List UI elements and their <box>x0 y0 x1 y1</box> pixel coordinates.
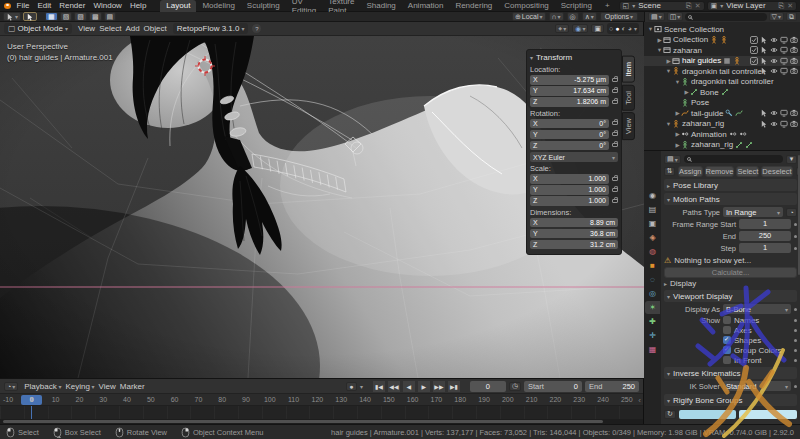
deselect-button[interactable]: Deselect <box>761 166 792 177</box>
remove-button[interactable]: Remove <box>705 166 735 177</box>
outliner-row-zaharan[interactable]: ▼zaharan <box>644 45 800 56</box>
bone-group-color-normal[interactable] <box>679 410 737 419</box>
calculate-button[interactable]: Calculate... <box>664 267 797 278</box>
physics-tab[interactable]: ◌ <box>645 273 660 286</box>
lock-icon[interactable] <box>612 143 618 147</box>
texture-tab[interactable]: ▦ <box>645 343 660 356</box>
expander-icon[interactable]: ▶ <box>674 110 681 116</box>
timeline-menu-keying[interactable]: Keying ▾ <box>63 382 96 391</box>
proportional-editing-icon[interactable]: ◎ <box>567 12 579 21</box>
animate-dot-icon[interactable] <box>794 359 797 362</box>
workspace-tab-scripting[interactable]: Scripting <box>555 0 598 12</box>
sidebar-tab-view[interactable]: View <box>622 112 635 140</box>
outliner-new-collection-icon[interactable]: ⧉ <box>786 12 797 21</box>
screen-toggle-icon[interactable] <box>780 67 788 75</box>
screen-toggle-icon[interactable] <box>780 120 788 128</box>
overlays-toggle-icon[interactable]: ◉▾ <box>572 24 588 33</box>
auto-keyframe-icon[interactable]: ● <box>346 382 357 391</box>
active-tool-button[interactable] <box>23 12 37 21</box>
timeline-tracks[interactable] <box>0 406 643 419</box>
transform-field-y[interactable]: Y0° <box>530 130 609 140</box>
camera-toggle-icon[interactable] <box>790 120 798 128</box>
screen-toggle-icon[interactable] <box>780 57 788 65</box>
transform-field-y[interactable]: Y36.8 cm <box>530 229 618 239</box>
gizmo-dropdown-icon[interactable]: ⌖▾ <box>555 24 569 33</box>
viewport-menu-select[interactable]: Select <box>97 24 123 33</box>
bone-group-search-input[interactable] <box>684 155 783 163</box>
output-tab[interactable]: ▤ <box>645 203 660 216</box>
eye-toggle-icon[interactable] <box>770 67 778 75</box>
names-checkbox[interactable] <box>723 316 731 324</box>
lock-icon[interactable] <box>612 89 618 93</box>
scene-selector[interactable]: ◱▾ Scene ⎘✕ <box>619 1 705 11</box>
frame-start-field[interactable]: Start0 <box>524 381 582 392</box>
transform-field-z[interactable]: Z31.2 cm <box>530 240 618 250</box>
animate-dot-icon[interactable] <box>794 349 797 352</box>
cursor-toggle-icon[interactable] <box>760 67 768 75</box>
viewport-menu-view[interactable]: View <box>76 24 97 33</box>
mode-dropdown[interactable]: ▢Object Mode▾ <box>4 23 72 34</box>
jump-to-start-button[interactable]: ▮◀ <box>373 381 385 392</box>
transform-field-z[interactable]: Z1.8206 m <box>530 97 609 107</box>
viewport-display-panel-header[interactable]: ▾Viewport Display <box>664 290 797 302</box>
panel-title[interactable]: Transform <box>536 53 572 62</box>
timeline-menu-playback[interactable]: Playback ▾ <box>22 382 63 391</box>
xray-toggle-icon[interactable]: ▣ <box>591 24 604 33</box>
animate-dot-icon[interactable] <box>794 329 797 332</box>
ik-solver-dropdown[interactable]: Standard▾ <box>723 381 791 391</box>
rigify-bone-groups-panel-header[interactable]: ▾Rigify Bone Groups <box>664 394 797 406</box>
workspace-tab-sculpting[interactable]: Sculpting <box>241 0 286 12</box>
outliner-row-collection[interactable]: ▶Collection <box>644 35 800 46</box>
jump-to-end-button[interactable]: ▶▮ <box>448 381 460 392</box>
expander-icon[interactable]: ▼ <box>674 79 681 85</box>
help-icon[interactable]: ? <box>252 24 261 33</box>
bone-tab[interactable]: ✚ <box>645 315 660 328</box>
lock-icon[interactable] <box>612 132 618 136</box>
transform-field-y[interactable]: Y1.000 <box>530 185 609 195</box>
camera-toggle-icon[interactable] <box>790 36 798 44</box>
viewport-menu-object[interactable]: Object <box>142 24 169 33</box>
new-scene-icon[interactable]: ⎘ <box>686 2 692 10</box>
expander-icon[interactable]: ▶ <box>656 37 663 43</box>
lock-icon[interactable] <box>612 199 618 203</box>
animate-dot-icon[interactable] <box>794 235 797 238</box>
play-reverse-button[interactable]: ◀ <box>403 381 415 392</box>
outliner-row-animation[interactable]: ▶Animation <box>644 129 800 140</box>
wireframe-shading-icon[interactable]: ○ <box>609 25 613 32</box>
add-workspace-button[interactable]: + <box>600 0 615 11</box>
view-layer-selector[interactable]: ▣▾ View Layer ⎘✕ <box>707 1 797 11</box>
workspace-tab-rendering[interactable]: Rendering <box>449 0 498 12</box>
next-keyframe-button[interactable]: ▶▶ <box>433 381 445 392</box>
paths-clock-icon[interactable]: ◔ <box>786 208 797 217</box>
refresh-icon[interactable]: ↻ <box>664 410 676 419</box>
paths-type-dropdown[interactable]: In Range▾ <box>723 207 783 217</box>
menu-edit[interactable]: Edit <box>33 1 55 10</box>
display-subpanel-row[interactable]: ▸Display <box>664 278 797 288</box>
animate-dot-icon[interactable] <box>794 308 797 311</box>
outliner-filter-collection-icon[interactable]: ◫▾ <box>667 12 684 21</box>
assign-button[interactable]: Assign <box>678 166 703 177</box>
playhead-line[interactable] <box>31 406 33 419</box>
solid-shading-icon[interactable]: ● <box>615 25 619 32</box>
outliner-display-mode-dropdown[interactable]: ▤▾ <box>648 12 665 21</box>
check-toggle-icon[interactable] <box>750 46 758 54</box>
select-mode-subtract-icon[interactable]: ▨ <box>74 12 87 21</box>
viewport-canvas[interactable]: User Perspective (0) hair guides | Armat… <box>0 36 644 378</box>
animate-dot-icon[interactable] <box>794 319 797 322</box>
eye-toggle-icon[interactable] <box>770 120 778 128</box>
close-icon[interactable]: ✕ <box>695 2 701 10</box>
tweak-tool-dropdown[interactable]: ▾ <box>3 12 21 21</box>
outliner-row-zaharan-rig[interactable]: ▶zaharan_rig <box>644 140 800 151</box>
transform-field-x[interactable]: X1.000 <box>530 174 609 184</box>
scrollbar-thumb[interactable] <box>3 420 603 423</box>
transform-field-x[interactable]: X0° <box>530 119 609 129</box>
outliner-row-dragonkin-tail-controller[interactable]: ▼dragonkin tail controller <box>644 66 800 77</box>
view-layer-tab[interactable]: ▣ <box>645 217 660 230</box>
outliner-row-scene-collection[interactable]: ▼Scene Collection <box>644 24 800 35</box>
outliner-row-bone[interactable]: ▶Bone <box>644 87 800 98</box>
sort-icon[interactable]: ⇅ <box>664 167 675 176</box>
motion-paths-panel-header[interactable]: ▾Motion Paths <box>664 193 797 205</box>
screen-toggle-icon[interactable] <box>780 109 788 117</box>
list-display-mode-icon[interactable]: ▤▾ <box>664 155 681 164</box>
world-tab[interactable]: ◍ <box>645 245 660 258</box>
